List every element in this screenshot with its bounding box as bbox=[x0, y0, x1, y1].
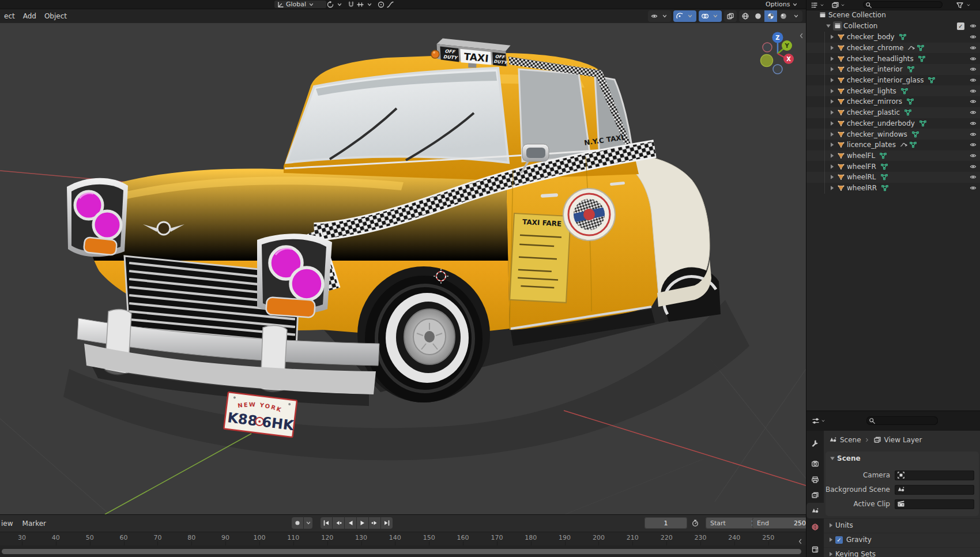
expand-icon[interactable] bbox=[827, 108, 836, 117]
hide-viewport-icon[interactable] bbox=[968, 151, 978, 160]
camera-field[interactable] bbox=[895, 471, 974, 480]
outliner-search-input[interactable] bbox=[863, 1, 943, 8]
hide-viewport-icon[interactable] bbox=[968, 76, 978, 85]
navigation-gizmo[interactable]: Z Y X bbox=[761, 32, 794, 74]
viewport-menu-add[interactable]: Add bbox=[19, 12, 40, 20]
hide-viewport-icon[interactable] bbox=[968, 172, 978, 182]
keying-sets-panel-header[interactable]: Keying Sets bbox=[824, 547, 980, 557]
outliner-row-wheelRL[interactable]: wheelRL bbox=[806, 172, 980, 183]
hide-viewport-icon[interactable] bbox=[968, 119, 978, 128]
outliner-row-wheelFL[interactable]: wheelFL bbox=[806, 150, 980, 161]
hide-viewport-icon[interactable] bbox=[968, 86, 978, 96]
outliner-row-checker_mirrors[interactable]: checker_mirrors bbox=[806, 96, 980, 107]
object-name[interactable]: wheelFL bbox=[847, 152, 875, 160]
object-name[interactable]: checker_chrome bbox=[847, 44, 903, 52]
object-name[interactable]: checker_interior bbox=[847, 65, 903, 73]
hide-viewport-icon[interactable] bbox=[968, 140, 978, 149]
rendered-shading-button[interactable] bbox=[777, 10, 790, 22]
pivot-point-dropdown[interactable] bbox=[324, 1, 346, 8]
show-object-types-dropdown[interactable] bbox=[648, 10, 671, 22]
object-name[interactable]: checker_interior_glass bbox=[847, 76, 924, 84]
jump-to-next-keyframe-button[interactable] bbox=[369, 517, 380, 529]
frame-start-field[interactable]: Start 1 bbox=[706, 517, 760, 529]
hide-viewport-icon[interactable] bbox=[968, 97, 978, 106]
outliner-row-checker_headlights[interactable]: checker_headlights bbox=[806, 53, 980, 64]
properties-tab-scene[interactable] bbox=[806, 503, 824, 518]
hide-viewport-icon[interactable] bbox=[968, 21, 978, 31]
transform-orientation-dropdown[interactable]: Global bbox=[274, 1, 326, 8]
hide-viewport-icon[interactable] bbox=[968, 32, 978, 42]
proportional-editing-dropdown[interactable] bbox=[375, 1, 397, 8]
collapse-tree-icon[interactable] bbox=[824, 21, 833, 31]
chevron-down-icon[interactable] bbox=[790, 10, 802, 22]
snapping-dropdown[interactable] bbox=[345, 1, 376, 8]
outliner-row-licence_plates[interactable]: licence_plates bbox=[806, 140, 980, 150]
breadcrumb-scene[interactable]: Scene bbox=[840, 436, 861, 444]
properties-tab-output[interactable] bbox=[806, 472, 824, 487]
hide-viewport-icon[interactable] bbox=[968, 183, 978, 193]
display-mode-icon[interactable] bbox=[831, 1, 840, 10]
object-name[interactable]: checker_plastic bbox=[847, 108, 900, 116]
outliner-row-collection[interactable]: Collection ✓ bbox=[806, 21, 980, 32]
jump-to-end-button[interactable] bbox=[381, 517, 393, 529]
viewport-menu-object[interactable]: Object bbox=[40, 12, 71, 20]
timeline-ruler[interactable]: 3040506070809010011012013014015016017018… bbox=[0, 532, 806, 545]
object-name[interactable]: checker_underbody bbox=[847, 119, 915, 127]
options-dropdown[interactable]: Options bbox=[763, 1, 801, 8]
play-button[interactable] bbox=[357, 517, 368, 529]
outliner-row-checker_underbody[interactable]: checker_underbody bbox=[806, 118, 980, 129]
expand-icon[interactable] bbox=[827, 54, 836, 63]
expand-icon[interactable] bbox=[827, 140, 836, 149]
units-panel-header[interactable]: Units bbox=[824, 518, 980, 532]
timeline-scrollbar[interactable] bbox=[0, 545, 806, 557]
show-gizmo-toggle[interactable] bbox=[673, 10, 696, 22]
object-name[interactable]: checker_windows bbox=[847, 130, 907, 138]
hide-viewport-icon[interactable] bbox=[968, 43, 978, 52]
chevron-down-icon[interactable] bbox=[819, 1, 825, 10]
breadcrumb-view-layer[interactable]: View Layer bbox=[884, 436, 922, 444]
wireframe-shading-button[interactable] bbox=[739, 10, 752, 22]
outliner-row-checker_body[interactable]: checker_body bbox=[806, 32, 980, 43]
expand-icon[interactable] bbox=[827, 172, 836, 182]
properties-tab-object[interactable] bbox=[806, 541, 824, 557]
hide-viewport-icon[interactable] bbox=[968, 130, 978, 139]
expand-icon[interactable] bbox=[827, 86, 836, 96]
outliner-row-scene-collection[interactable]: Scene Collection bbox=[806, 10, 980, 21]
outliner-row-checker_interior[interactable]: checker_interior bbox=[806, 64, 980, 75]
properties-tab-world[interactable] bbox=[806, 519, 824, 535]
object-name[interactable]: checker_lights bbox=[847, 87, 896, 95]
object-name[interactable]: wheelFR bbox=[847, 163, 876, 171]
scrollbar-thumb[interactable] bbox=[2, 549, 801, 554]
expand-icon[interactable] bbox=[827, 130, 836, 139]
material-preview-shading-button[interactable] bbox=[764, 10, 777, 22]
keying-dropdown[interactable] bbox=[304, 517, 312, 529]
expand-icon[interactable] bbox=[827, 97, 836, 106]
timeline-menu-iew[interactable]: iew bbox=[0, 520, 18, 528]
preview-range-stopwatch-icon[interactable] bbox=[691, 518, 700, 528]
3d-viewport[interactable]: OFF DUTY TAXI OFF DUTY bbox=[0, 23, 806, 514]
xray-toggle[interactable] bbox=[724, 10, 737, 22]
chevron-down-icon[interactable] bbox=[820, 416, 826, 426]
timeline-menu-marker[interactable]: Marker bbox=[18, 520, 51, 528]
frame-end-field[interactable]: End 250 bbox=[752, 517, 811, 529]
gravity-checkbox[interactable]: ✓ bbox=[835, 536, 843, 544]
editor-type-properties-icon[interactable] bbox=[811, 416, 820, 426]
expand-icon[interactable] bbox=[827, 32, 836, 42]
object-name[interactable]: checker_headlights bbox=[847, 55, 914, 63]
jump-to-prev-keyframe-button[interactable] bbox=[333, 517, 344, 529]
expand-icon[interactable] bbox=[827, 162, 836, 171]
object-name[interactable]: checker_body bbox=[847, 33, 895, 41]
object-name[interactable]: checker_mirrors bbox=[847, 97, 902, 106]
outliner-row-checker_interior_glass[interactable]: checker_interior_glass bbox=[806, 75, 980, 86]
expand-icon[interactable] bbox=[827, 76, 836, 85]
play-reverse-button[interactable] bbox=[345, 517, 356, 529]
solid-shading-button[interactable] bbox=[752, 10, 764, 22]
outliner-row-wheelRR[interactable]: wheelRR bbox=[806, 183, 980, 194]
filter-icon[interactable] bbox=[955, 1, 964, 10]
active-clip-field[interactable] bbox=[895, 499, 974, 509]
editor-type-outliner-icon[interactable] bbox=[810, 1, 819, 10]
show-overlays-toggle[interactable] bbox=[699, 10, 722, 22]
outliner-row-wheelFR[interactable]: wheelFR bbox=[806, 161, 980, 172]
collection-checkbox[interactable]: ✓ bbox=[957, 22, 964, 30]
collapse-panel-arrow[interactable] bbox=[796, 537, 805, 546]
